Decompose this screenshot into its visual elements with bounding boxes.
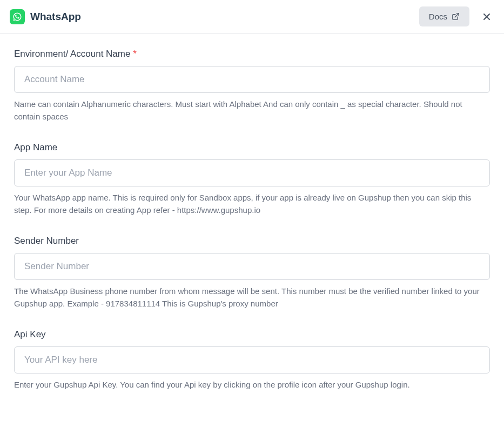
sender-number-input[interactable] (14, 253, 490, 280)
svg-line-0 (455, 14, 459, 17)
account-name-label: Environment/ Account Name * (14, 49, 490, 59)
account-name-help: Name can contain Alphanumeric characters… (14, 98, 490, 123)
close-button[interactable] (479, 9, 494, 24)
sender-number-help: The WhatsApp Business phone number from … (14, 285, 490, 310)
app-name-help: Your WhatsApp app name. This is required… (14, 192, 490, 216)
app-name-input[interactable] (14, 159, 490, 186)
sender-number-group: Sender Number The WhatsApp Business phon… (14, 236, 490, 310)
close-icon (481, 11, 492, 22)
account-name-group: Environment/ Account Name * Name can con… (14, 49, 490, 123)
account-name-input[interactable] (14, 66, 490, 93)
required-marker: * (133, 49, 137, 59)
api-key-help: Enter your Gupshup Api Key. You can find… (14, 379, 490, 391)
api-key-input[interactable] (14, 346, 490, 373)
sender-number-label: Sender Number (14, 236, 490, 246)
app-name-label: App Name (14, 142, 490, 153)
external-link-icon (452, 12, 460, 21)
header-left: WhatsApp (10, 9, 81, 24)
header-right: Docs (419, 6, 494, 26)
form-container: Environment/ Account Name * Name can con… (0, 34, 504, 426)
page-title: WhatsApp (30, 11, 81, 23)
api-key-group: Api Key Enter your Gupshup Api Key. You … (14, 329, 490, 391)
panel-header: WhatsApp Docs (0, 0, 504, 34)
docs-button[interactable]: Docs (419, 6, 469, 26)
api-key-label: Api Key (14, 329, 490, 340)
whatsapp-icon (10, 9, 25, 24)
docs-label: Docs (429, 12, 447, 21)
app-name-group: App Name Your WhatsApp app name. This is… (14, 142, 490, 216)
